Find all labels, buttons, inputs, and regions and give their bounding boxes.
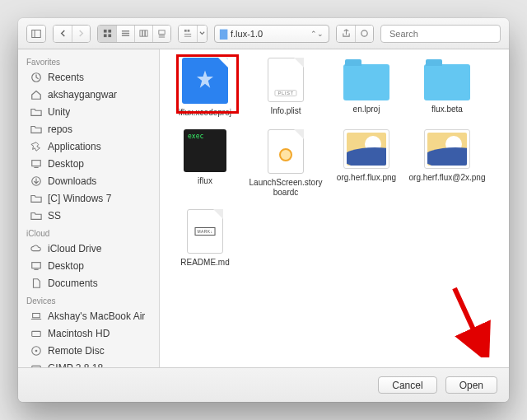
file-item[interactable]: org.herf.flux.png [326, 129, 407, 198]
sidebar-toggle-group [26, 25, 46, 43]
arrange-button[interactable] [179, 26, 197, 42]
image-icon [343, 129, 389, 169]
svg-rect-0 [32, 30, 41, 37]
svg-rect-4 [103, 34, 106, 37]
sidebar-toggle-button[interactable] [27, 26, 45, 42]
tags-button[interactable] [355, 26, 373, 42]
search-input[interactable] [389, 29, 503, 39]
file-item[interactable]: en.lproj [326, 58, 407, 118]
sidebar-item-label: iCloud Drive [48, 243, 101, 254]
sidebar-item-label: SS [48, 210, 61, 222]
svg-rect-2 [103, 30, 106, 33]
sidebar-item[interactable]: repos [18, 120, 159, 138]
sidebar-item[interactable]: SS [18, 207, 159, 224]
column-view-button[interactable] [134, 26, 152, 42]
path-popup[interactable]: ▇ f.lux-1.0 ⌃⌄ [214, 25, 329, 43]
sidebar-item[interactable]: iCloud Drive [18, 240, 159, 257]
desktop-icon [30, 259, 42, 272]
icon-view-button[interactable] [98, 26, 116, 42]
svg-rect-16 [187, 30, 189, 32]
sidebar-item[interactable]: Remote Disc [18, 342, 159, 359]
sidebar-item-label: Desktop [48, 158, 84, 170]
app-icon [30, 140, 42, 152]
nav-group [53, 25, 91, 43]
svg-rect-23 [31, 160, 40, 166]
svg-point-19 [361, 30, 367, 36]
folder-icon [343, 64, 389, 100]
sidebar-item[interactable]: Recents [18, 68, 159, 86]
file-name-label: iflux [198, 176, 212, 186]
file-item[interactable]: LaunchScreen.storyboardc [245, 129, 326, 198]
sidebar-item-label: Akshay's MacBook Air [48, 310, 145, 322]
file-name-label: org.herf.flux@2x.png [409, 173, 486, 183]
sidebar-item-label: Recents [48, 72, 84, 83]
cancel-button[interactable]: Cancel [378, 376, 436, 394]
sidebar-item-label: Desktop [48, 260, 84, 272]
sidebar-item-label: repos [48, 124, 72, 135]
sidebar-item[interactable]: Downloads [18, 172, 159, 189]
file-item[interactable]: MARK↓README.md [165, 209, 245, 268]
file-item[interactable]: iflux [165, 129, 245, 198]
disc-icon [30, 344, 42, 357]
sidebar-section-header: Favorites [18, 53, 159, 68]
coverflow-view-button[interactable] [152, 26, 170, 42]
file-name-label: LaunchScreen.storyboardc [247, 178, 324, 198]
folder-icon: ▇ [220, 28, 227, 40]
file-name-label: Info.plist [270, 106, 301, 116]
sidebar-item[interactable]: [C] Windows 7 [18, 189, 159, 207]
open-button[interactable]: Open [445, 376, 497, 394]
sidebar-item[interactable]: Desktop [18, 155, 159, 172]
svg-rect-15 [184, 30, 186, 32]
sidebar-item[interactable]: Unity [18, 103, 159, 120]
file-name-label: flux.beta [431, 105, 463, 114]
plist-icon: PLIST [268, 58, 304, 102]
file-item[interactable]: flux.beta [407, 58, 487, 118]
desktop-icon [30, 157, 42, 170]
svg-rect-11 [145, 30, 147, 36]
svg-rect-9 [140, 30, 142, 36]
file-name-label: org.herf.flux.png [337, 173, 396, 183]
image-icon [424, 129, 470, 169]
share-button[interactable] [337, 26, 355, 42]
sidebar-item[interactable]: Macintosh HD [18, 324, 159, 342]
search-field[interactable] [380, 25, 501, 43]
sidebar-item[interactable]: GIMP 2.8.18 [18, 359, 159, 367]
markdown-icon: MARK↓ [187, 209, 223, 254]
sidebar-item[interactable]: akshaygangwar [18, 86, 159, 103]
sidebar-item-label: [C] Windows 7 [48, 193, 111, 204]
action-group [336, 25, 374, 43]
file-name-label: iflux.xcodeproj [179, 108, 231, 118]
file-grid[interactable]: iflux.xcodeprojPLISTInfo.plisten.lprojfl… [160, 49, 509, 367]
sidebar-item-label: Macintosh HD [48, 328, 110, 339]
back-button[interactable] [54, 26, 72, 42]
cloud-icon [30, 242, 42, 254]
folder-icon [424, 64, 470, 100]
folder-icon [30, 192, 42, 204]
svg-rect-5 [108, 34, 111, 37]
list-view-button[interactable] [116, 26, 134, 42]
file-item[interactable]: iflux.xcodeproj [165, 58, 245, 118]
folder-icon [30, 123, 42, 135]
svg-rect-12 [159, 30, 165, 35]
sidebar-item[interactable]: Desktop [18, 257, 159, 274]
svg-rect-10 [142, 30, 145, 36]
view-group [97, 25, 171, 43]
sidebar-item[interactable]: Applications [18, 138, 159, 155]
svg-rect-30 [31, 331, 40, 336]
doc-icon [30, 277, 42, 289]
path-label: f.lux-1.0 [231, 29, 307, 39]
forward-button[interactable] [72, 26, 90, 42]
sidebar-item[interactable]: Akshay's MacBook Air [18, 307, 159, 324]
arrange-group [178, 25, 208, 43]
sidebar-item[interactable]: Documents [18, 274, 159, 292]
arrange-chevron[interactable] [197, 26, 207, 42]
clock-icon [30, 71, 42, 83]
open-dialog: ▇ f.lux-1.0 ⌃⌄ FavoritesRecentsakshaygan… [18, 18, 509, 402]
file-item[interactable]: org.herf.flux@2x.png [407, 129, 487, 198]
sidebar-item-label: Downloads [48, 175, 96, 187]
sidebar: FavoritesRecentsakshaygangwarUnityreposA… [18, 49, 160, 367]
folder-icon [30, 209, 42, 222]
disk-icon [30, 362, 42, 367]
laptop-icon [30, 310, 42, 322]
file-item[interactable]: PLISTInfo.plist [245, 58, 326, 118]
